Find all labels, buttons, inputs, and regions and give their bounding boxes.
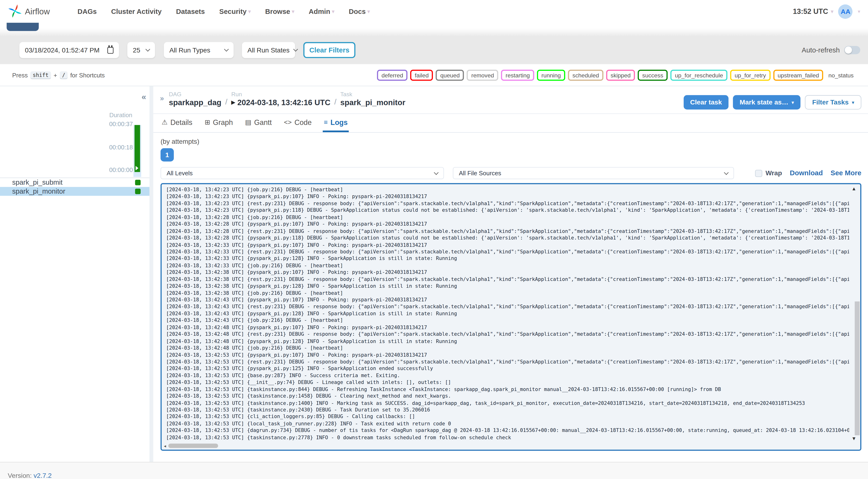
user-menu-chevron-icon[interactable]: ▾ [858, 8, 860, 14]
run-states-select[interactable]: All Run States [242, 42, 295, 58]
nav-item-label: DAGs [78, 7, 97, 15]
status-badge-restarting[interactable]: restarting [501, 69, 534, 81]
log-line: [2024-03-18, 13:42:43 UTC] {job.py:216} … [166, 317, 849, 324]
task-row-spark_pi_submit[interactable]: spark_pi_submit [0, 178, 150, 187]
nav-item-security[interactable]: Security▾ [219, 7, 251, 15]
version-link[interactable]: v2.7.2 [34, 472, 52, 479]
filter-tasks-button[interactable]: Filter Tasks ▾ [805, 95, 861, 109]
run-duration-bar[interactable] [134, 125, 140, 172]
nav-menu: DAGsCluster ActivityDatasetsSecurity▾Bro… [78, 0, 370, 23]
wrap-checkbox[interactable] [755, 170, 762, 177]
log-line: [2024-03-18, 13:42:38 UTC] {pyspark_pi.p… [166, 269, 849, 276]
task-row-spark_pi_monitor[interactable]: spark_pi_monitor [0, 187, 150, 196]
duration-tick: 00:00:37 [109, 121, 133, 127]
run-value: 2024-03-18, 13:42:16 UTC [237, 98, 330, 107]
horizontal-scrollbar: ◂ [164, 443, 218, 449]
log-line: [2024-03-18, 13:42:33 UTC] {pyspark_pi.p… [166, 255, 849, 262]
filter-bar: 03/18/2024, 01:52:47 PM 25 All Run Types… [0, 35, 868, 64]
download-link[interactable]: Download [790, 169, 823, 177]
base-date-input[interactable]: 03/18/2024, 01:52:47 PM [19, 42, 119, 58]
auto-refresh-label: Auto-refresh [802, 46, 840, 54]
scroll-up-icon[interactable]: ▲ [851, 186, 857, 192]
task-instance-status-square[interactable] [135, 189, 141, 194]
collapse-sidebar-icon[interactable]: « [142, 92, 146, 101]
expand-breadcrumb-icon[interactable]: » [160, 94, 164, 102]
clear-filters-button[interactable]: Clear Filters [304, 42, 355, 58]
status-badge-up_for_reschedule[interactable]: up_for_reschedule [671, 69, 727, 81]
status-badge-scheduled[interactable]: scheduled [568, 69, 603, 81]
mark-state-button[interactable]: Mark state as… ▾ [733, 95, 801, 109]
run-label: Run [231, 91, 330, 97]
airflow-logo[interactable]: Airflow [8, 4, 50, 18]
scrolled-strip [0, 23, 868, 35]
log-line: [2024-03-18, 13:42:53 UTC] {taskinstance… [166, 386, 849, 393]
page-size-select[interactable]: 25 [127, 42, 155, 58]
tab-label: Code [294, 118, 312, 126]
breadcrumb-task[interactable]: Task spark_pi_monitor [340, 91, 405, 107]
calendar-icon[interactable] [107, 47, 114, 54]
dag-label: DAG [169, 91, 221, 97]
nav-item-cluster-activity[interactable]: Cluster Activity [111, 7, 162, 15]
task-value: spark_pi_monitor [340, 98, 405, 107]
clear-task-button[interactable]: Clear task [683, 95, 728, 109]
log-line: [2024-03-18, 13:42:23 UTC] {pyspark_pi.p… [166, 207, 849, 214]
log-line: [2024-03-18, 13:42:53 UTC] {base.py:287}… [166, 372, 849, 379]
tab-label: Logs [331, 118, 348, 126]
scroll-left-icon[interactable]: ◂ [164, 443, 166, 448]
log-line: [2024-03-18, 13:42:48 UTC] {rest.py:231}… [166, 331, 849, 338]
cutoff-dark-button[interactable] [7, 23, 39, 31]
avatar[interactable]: AA [838, 4, 853, 19]
duration-tick: 00:00:00 [109, 166, 133, 173]
chevron-down-icon: ▾ [831, 8, 833, 14]
run-types-select[interactable]: All Run Types [164, 42, 234, 58]
breadcrumb-dag[interactable]: DAG sparkapp_dag [169, 91, 221, 107]
status-badge-upstream_failed[interactable]: upstream_failed [773, 69, 823, 81]
detail-tabs: ⚠Details⊞Graph▤Gantt<>Code≡Logs [153, 114, 868, 133]
status-badge-up_for_retry[interactable]: up_for_retry [730, 69, 771, 81]
task-instance-status-square[interactable] [135, 180, 141, 185]
brand-text: Airflow [25, 6, 50, 16]
file-sources-select[interactable]: All File Sources [453, 167, 734, 179]
log-levels-select[interactable]: All Levels [160, 167, 444, 179]
code-icon: <> [284, 118, 292, 126]
see-more-link[interactable]: See More [831, 169, 861, 177]
nav-item-admin[interactable]: Admin▾ [309, 7, 334, 15]
panel-resize-gutter[interactable] [150, 86, 153, 462]
status-badge-removed[interactable]: removed [467, 69, 498, 81]
clock-dropdown[interactable]: 13:52 UTC ▾ [793, 7, 833, 15]
gantt-icon: ▤ [245, 118, 251, 126]
tab-code[interactable]: <>Code [283, 114, 313, 132]
scroll-down-icon[interactable]: ▼ [851, 436, 857, 442]
log-line: [2024-03-18, 13:42:33 UTC] {job.py:216} … [166, 262, 849, 269]
tab-graph[interactable]: ⊞Graph [204, 114, 234, 132]
status-badge-skipped[interactable]: skipped [606, 69, 635, 81]
log-line: [2024-03-18, 13:42:53 UTC] {__init__.py:… [166, 379, 849, 386]
log-line: [2024-03-18, 13:42:28 UTC] {pyspark_pi.p… [166, 234, 849, 242]
log-line: [2024-03-18, 13:42:28 UTC] {pyspark_pi.p… [166, 221, 849, 227]
tab-gantt[interactable]: ▤Gantt [244, 114, 273, 132]
by-attempts-label: (by attempts) [160, 138, 199, 146]
status-badge-running[interactable]: running [537, 69, 565, 81]
breadcrumb-run[interactable]: Run ▶2024-03-18, 13:42:16 UTC [231, 91, 330, 107]
nav-item-datasets[interactable]: Datasets [176, 7, 205, 15]
attempt-1-button[interactable]: 1 [160, 148, 174, 161]
run-types-value: All Run Types [169, 46, 211, 54]
task-list: spark_pi_submitspark_pi_monitor [0, 178, 150, 196]
horizontal-scrollbar-thumb[interactable] [168, 444, 218, 448]
status-badge-queued[interactable]: queued [436, 69, 464, 81]
status-badge-deferred[interactable]: deferred [377, 69, 408, 81]
run-play-icon: ▶ [231, 99, 235, 105]
status-badge-failed[interactable]: failed [410, 69, 433, 81]
breadcrumb-separator: / [334, 97, 336, 107]
log-line: [2024-03-18, 13:42:38 UTC] {rest.py:231}… [166, 276, 849, 283]
status-badge-success[interactable]: success [638, 69, 668, 81]
vertical-scrollbar-thumb[interactable] [855, 301, 860, 435]
nav-item-docs[interactable]: Docs▾ [349, 7, 370, 15]
tab-details[interactable]: ⚠Details [160, 114, 193, 132]
vertical-scrollbar [855, 192, 860, 435]
log-line: [2024-03-18, 13:42:53 UTC] {taskinstance… [166, 393, 849, 400]
auto-refresh-toggle[interactable] [844, 46, 860, 54]
nav-item-dags[interactable]: DAGs [78, 7, 97, 15]
nav-item-browse[interactable]: Browse▾ [265, 7, 294, 15]
tab-logs[interactable]: ≡Logs [323, 114, 349, 132]
